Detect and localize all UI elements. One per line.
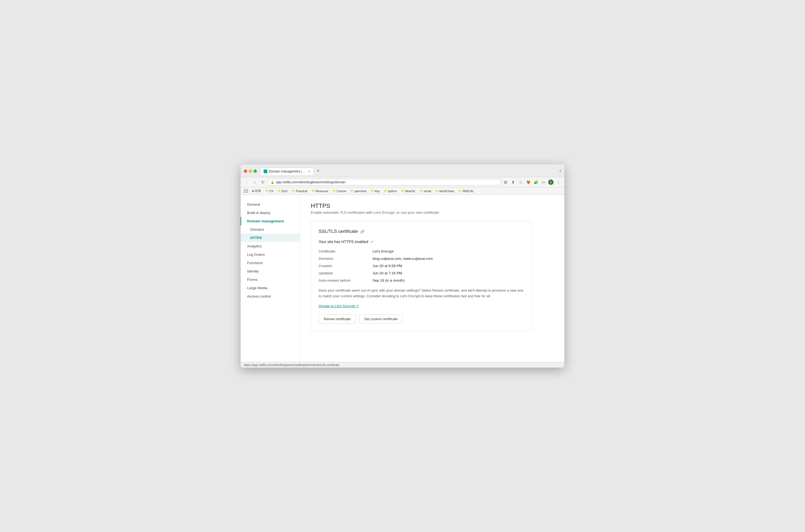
fox-icon[interactable]: 🦊 <box>526 179 531 185</box>
active-tab[interactable]: Domain management | Site se ✕ <box>260 168 314 175</box>
close-button[interactable] <box>244 170 247 173</box>
apps-grid[interactable] <box>244 189 248 193</box>
bookmark-icon[interactable]: ☆ <box>518 179 523 185</box>
bookmark-resourse-label: Resourse <box>316 189 328 193</box>
cert-row-updated: Updated: Jun 20 at 7:16 PM <box>318 271 524 275</box>
folder-icon: 📁 <box>420 189 423 192</box>
bookmark-python-label: python <box>388 189 397 193</box>
bookmark-blockchain-label: blockChain <box>439 189 454 193</box>
bookmark-resourse[interactable]: 📁 Resourse <box>310 189 330 193</box>
status-bar: https://app.netlify.com/sites/blogbearsi… <box>241 362 564 367</box>
bookmark-blockchain[interactable]: 📁 blockChain <box>434 189 456 193</box>
folder-icon: 📁 <box>292 189 295 192</box>
apps-icon: ⊞ <box>252 189 254 192</box>
sidebar-item-log-drains[interactable]: Log Drains <box>241 250 300 259</box>
tabs-bar: Domain management | Site se ✕ + <box>260 167 560 175</box>
bookmark-course-label: Course <box>337 189 346 193</box>
bookmark-apps-label: 应用 <box>255 189 261 193</box>
cert-description: Does your certificate seem out of sync w… <box>318 288 524 299</box>
cert-value-certificate: Let's Encrypt <box>372 249 524 253</box>
sidebar-item-domains[interactable]: Domains <box>241 225 300 234</box>
folder-icon: 📁 <box>435 189 439 192</box>
bookmark-bearsir-label: BearSir <box>405 189 415 193</box>
cert-row-created: Created: Jun 20 at 6:59 PM <box>318 264 524 268</box>
folder-icon: 📁 <box>350 189 354 192</box>
user-avatar[interactable]: G <box>548 179 553 185</box>
collapse-button[interactable]: ▾ <box>560 169 561 173</box>
card-title-row: SSL/TLS certificate 🔗 <box>318 229 524 234</box>
card-title: SSL/TLS certificate <box>318 229 358 234</box>
address-input[interactable]: 🔒 app.netlify.com/sites/blogbearsir/sett… <box>268 179 501 185</box>
bookmark-nju[interactable]: 📁 NJU <box>276 189 289 193</box>
sidebar-item-https[interactable]: HTTPS <box>241 234 300 242</box>
extensions-icon[interactable]: 🧩 <box>533 179 538 185</box>
bookmark-python[interactable]: 📁 python <box>382 189 399 193</box>
folder-icon: 📁 <box>401 189 404 192</box>
minimize-button[interactable] <box>249 170 252 173</box>
link-anchor-icon[interactable]: 🔗 <box>360 230 364 234</box>
folder-icon: 📁 <box>278 189 281 192</box>
url-text: app.netlify.com/sites/blogbearsir/settin… <box>276 180 498 184</box>
bookmark-cs[interactable]: 📁 CS <box>263 189 275 193</box>
sidebar-item-forms[interactable]: Forms <box>241 276 300 284</box>
https-status: Your site has HTTPS enabled ✓ <box>318 240 524 244</box>
set-custom-certificate-button[interactable]: Set custom certificate <box>359 315 403 323</box>
sidebar-item-access-control[interactable]: Access control <box>241 292 300 301</box>
sidebar-item-functions[interactable]: Functions <box>241 259 300 267</box>
reload-button[interactable]: ↻ <box>260 179 266 185</box>
bookmark-practical[interactable]: 📁 Practical <box>290 189 309 193</box>
tab-close-button[interactable]: ✕ <box>308 170 311 173</box>
bookmark-social[interactable]: 📁 social <box>418 189 433 193</box>
button-row: Renew certificate Set custom certificate <box>318 315 524 323</box>
status-bar-text: https://app.netlify.com/sites/blogbearsi… <box>244 363 340 366</box>
cert-value-auto-renews: Sep 18 (in a month) <box>372 279 524 282</box>
folder-icon: 📁 <box>384 189 387 192</box>
sidebar-item-identity[interactable]: Identity <box>241 267 300 276</box>
cert-value-created: Jun 20 at 6:59 PM <box>372 264 524 268</box>
ssl-tls-card: SSL/TLS certificate 🔗 Your site has HTTP… <box>311 221 532 331</box>
bookmark-tmp-label: tmp <box>375 189 380 193</box>
share-icon[interactable]: ⬆ <box>510 179 516 185</box>
sidebar-item-general[interactable]: General <box>241 200 300 209</box>
new-tab-button[interactable]: + <box>314 167 322 175</box>
bookmark-parttime-label: part-time <box>354 189 366 193</box>
bookmark-parttime[interactable]: 📁 part-time <box>349 189 368 193</box>
maximize-button[interactable] <box>254 170 257 173</box>
bookmark-apps[interactable]: ⊞ 应用 <box>250 188 262 193</box>
sidebar-item-large-media[interactable]: Large Media <box>241 284 300 292</box>
bookmark-nju-label: NJU <box>282 189 287 193</box>
sidebar-item-build-deploy[interactable]: Build & deploy <box>241 209 300 217</box>
back-button[interactable]: ‹ <box>244 179 250 185</box>
address-bar: ‹ › ↻ 🔒 app.netlify.com/sites/blogbearsi… <box>241 177 564 187</box>
lock-icon: 🔒 <box>271 180 274 184</box>
bookmark-pascal[interactable]: 📁 PASCAL <box>457 189 476 193</box>
bookmark-tmp[interactable]: 📁 tmp <box>369 189 381 193</box>
tab-title: Domain management | Site se <box>269 170 305 173</box>
sidebar-item-domain-management[interactable]: Domain management <box>241 217 300 225</box>
menu-icon[interactable]: ⋮ <box>556 179 561 185</box>
translate-icon[interactable]: ⊞ <box>503 179 508 185</box>
folder-icon: 📁 <box>333 189 336 192</box>
sidebar-toggle-icon[interactable]: ▭ <box>541 179 546 185</box>
renew-certificate-button[interactable]: Renew certificate <box>318 315 356 323</box>
forward-button[interactable]: › <box>252 179 258 185</box>
bookmark-cs-label: CS <box>269 189 273 193</box>
title-bar: Domain management | Site se ✕ + ▾ <box>241 165 564 177</box>
check-icon: ✓ <box>370 240 373 244</box>
sidebar: General Build & deploy Domain management… <box>241 195 300 362</box>
page-title: HTTPS <box>311 203 553 209</box>
cert-value-domains: blog.cuijiacai.com, www.cuijiacai.com <box>372 256 524 261</box>
folder-icon: 📁 <box>458 189 462 192</box>
donate-link[interactable]: Donate to Let's Encrypt ↗ <box>318 304 359 308</box>
cert-label-certificate: Certificate: <box>318 249 372 253</box>
status-text: Your site has HTTPS enabled <box>318 240 368 244</box>
bookmark-course[interactable]: 📁 Course <box>331 189 348 193</box>
sidebar-item-analytics[interactable]: Analytics <box>241 242 300 250</box>
cert-row-auto-renews: Auto-renews before: Sep 18 (in a month) <box>318 279 524 282</box>
cert-label-auto-renews: Auto-renews before: <box>318 279 372 282</box>
cert-label-created: Created: <box>318 264 372 268</box>
cert-details: Certificate: Let's Encrypt Domains: blog… <box>318 249 524 282</box>
bookmarks-bar: ⊞ 应用 📁 CS 📁 NJU 📁 Practical 📁 Resourse 📁… <box>241 187 564 195</box>
bookmark-bearsir[interactable]: 📁 BearSir <box>400 189 417 193</box>
cert-value-updated: Jun 20 at 7:16 PM <box>372 271 524 275</box>
